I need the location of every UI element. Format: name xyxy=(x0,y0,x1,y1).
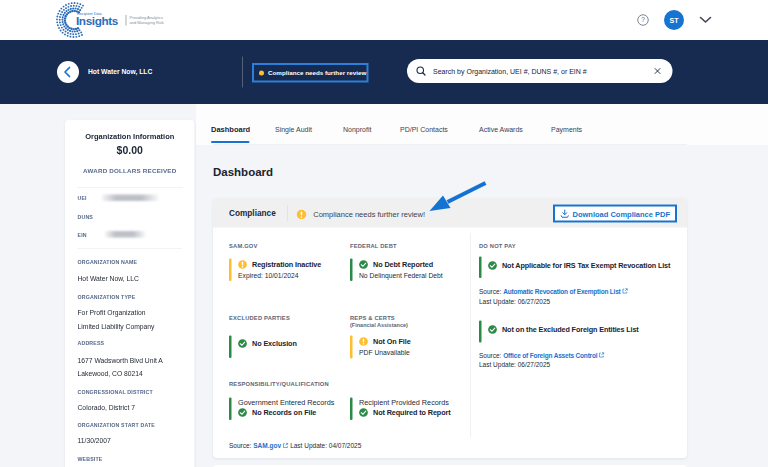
svg-text:Insights: Insights xyxy=(76,14,119,27)
svg-text:?: ? xyxy=(641,16,645,23)
